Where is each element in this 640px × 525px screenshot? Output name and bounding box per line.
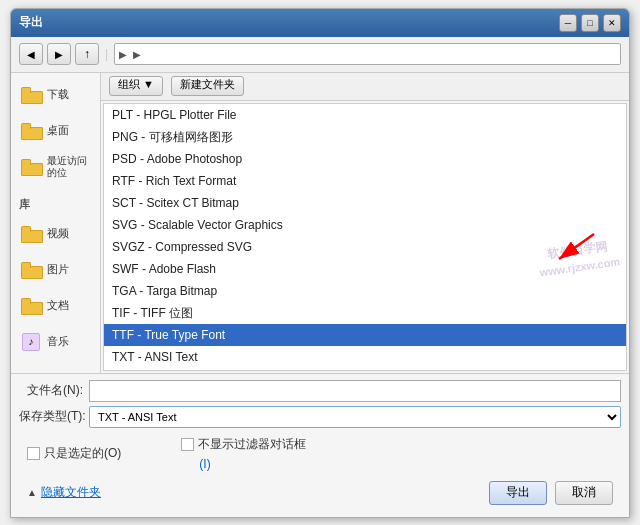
file-list-area: PLT - HPGL Plotter FilePNG - 可移植网络图形PSD …: [101, 101, 629, 373]
filename-label: 文件名(N):: [19, 382, 89, 399]
list-item[interactable]: WMF - Windows Metafile: [104, 368, 626, 371]
list-item[interactable]: PSD - Adobe Photoshop: [104, 148, 626, 170]
list-item[interactable]: TIF - TIFF 位图: [104, 302, 626, 324]
minimize-button[interactable]: ─: [559, 14, 577, 32]
list-item[interactable]: TXT - ANSI Text: [104, 346, 626, 368]
forward-button[interactable]: ▶: [47, 43, 71, 65]
sidebar-item-desktop[interactable]: 桌面: [11, 113, 100, 149]
list-item[interactable]: PLT - HPGL Plotter File: [104, 104, 626, 126]
sidebar-item-label: 视频: [47, 226, 69, 241]
file-list[interactable]: PLT - HPGL Plotter FilePNG - 可移植网络图形PSD …: [103, 103, 627, 371]
maximize-button[interactable]: □: [581, 14, 599, 32]
sidebar-item-picture[interactable]: 图片: [11, 252, 100, 288]
no-filter-sub: (I): [199, 457, 210, 471]
list-item[interactable]: SCT - Scitex CT Bitmap: [104, 192, 626, 214]
sidebar: 下载 桌面 最近访问的位 库 视频: [11, 73, 101, 373]
sidebar-item-label: 文档: [47, 298, 69, 313]
sidebar-item-label: 音乐: [47, 334, 69, 349]
folder-icon: [19, 294, 43, 318]
export-dialog: 导出 ─ □ ✕ ◀ ▶ ↑ | ▶ ▶ 下载: [10, 8, 630, 518]
folder-icon: [19, 83, 43, 107]
checkbox-box[interactable]: [27, 447, 40, 460]
sidebar-item-label: 桌面: [47, 123, 69, 138]
list-item[interactable]: RTF - Rich Text Format: [104, 170, 626, 192]
hide-folder-label[interactable]: 隐藏文件夹: [41, 484, 101, 501]
up-button[interactable]: ↑: [75, 43, 99, 65]
filetype-row: 保存类型(T): TXT - ANSI Text: [19, 406, 621, 428]
filetype-label: 保存类型(T):: [19, 408, 89, 425]
hide-folder-toggle[interactable]: ▲: [27, 487, 37, 498]
folder-icon: [19, 222, 43, 246]
library-label: 库: [19, 198, 30, 210]
sidebar-item-video[interactable]: 视频: [11, 216, 100, 252]
button-row: ▲ 隐藏文件夹 导出 取消: [19, 475, 621, 511]
sidebar-item-label: 下载: [47, 87, 69, 102]
back-button[interactable]: ◀: [19, 43, 43, 65]
export-button[interactable]: 导出: [489, 481, 547, 505]
no-filter-checkbox[interactable]: 不显示过滤器对话框 (I): [181, 436, 306, 471]
list-item[interactable]: SVG - Scalable Vector Graphics: [104, 214, 626, 236]
organize-button[interactable]: 组织 ▼: [109, 76, 163, 96]
sidebar-item-download[interactable]: 下载: [11, 77, 100, 113]
title-bar: 导出 ─ □ ✕: [11, 9, 629, 37]
checkbox-row: 只是选定的(O) 不显示过滤器对话框 (I): [19, 432, 621, 475]
sidebar-item-recent[interactable]: 最近访问的位: [11, 149, 100, 185]
filetype-select[interactable]: TXT - ANSI Text: [89, 406, 621, 428]
list-item[interactable]: PNG - 可移植网络图形: [104, 126, 626, 148]
cancel-button[interactable]: 取消: [555, 481, 613, 505]
dialog-title: 导出: [19, 14, 559, 31]
no-filter-label: 不显示过滤器对话框: [198, 436, 306, 453]
list-item[interactable]: SVGZ - Compressed SVG: [104, 236, 626, 258]
new-folder-button[interactable]: 新建文件夹: [171, 76, 244, 96]
navigation-toolbar: ◀ ▶ ↑ | ▶ ▶: [11, 37, 629, 73]
sidebar-item-music[interactable]: ♪ 音乐: [11, 324, 100, 360]
bottom-panel: 文件名(N): 保存类型(T): TXT - ANSI Text 只是选定的(O…: [11, 373, 629, 517]
file-toolbar: 组织 ▼ 新建文件夹: [101, 73, 629, 101]
filename-input[interactable]: [89, 380, 621, 402]
folder-icon: [19, 258, 43, 282]
folder-icon: [19, 155, 43, 179]
folder-icon: [19, 119, 43, 143]
content-area: 下载 桌面 最近访问的位 库 视频: [11, 73, 629, 373]
music-icon: ♪: [19, 330, 43, 354]
filename-row: 文件名(N):: [19, 380, 621, 402]
no-filter-box[interactable]: [181, 438, 194, 451]
library-section: 库: [11, 193, 100, 216]
hide-folder-area: ▲ 隐藏文件夹: [27, 481, 481, 505]
main-panel: 组织 ▼ 新建文件夹 PLT - HPGL Plotter FilePNG - …: [101, 73, 629, 373]
sidebar-item-label: 最近访问的位: [47, 155, 92, 179]
sidebar-item-label: 图片: [47, 262, 69, 277]
window-controls: ─ □ ✕: [559, 14, 621, 32]
path-bar[interactable]: ▶ ▶: [114, 43, 621, 65]
list-item[interactable]: SWF - Adobe Flash: [104, 258, 626, 280]
only-selected-checkbox[interactable]: 只是选定的(O): [27, 445, 121, 462]
close-button[interactable]: ✕: [603, 14, 621, 32]
only-selected-label: 只是选定的(O): [44, 445, 121, 462]
list-item[interactable]: TGA - Targa Bitmap: [104, 280, 626, 302]
filetype-select-wrapper: TXT - ANSI Text: [89, 406, 621, 428]
sidebar-item-document[interactable]: 文档: [11, 288, 100, 324]
list-item[interactable]: TTF - True Type Font: [104, 324, 626, 346]
